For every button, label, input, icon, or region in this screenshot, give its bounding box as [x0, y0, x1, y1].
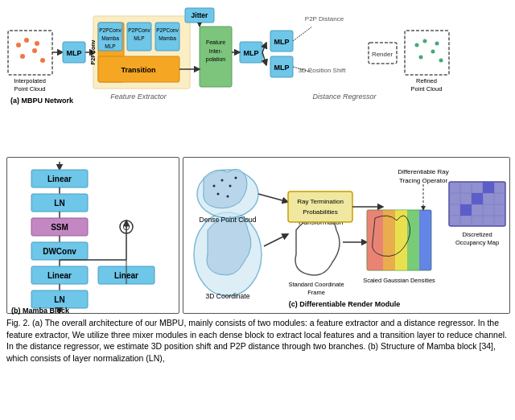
svg-text:Discretized: Discretized: [462, 231, 492, 238]
svg-text:MLP: MLP: [244, 49, 259, 57]
svg-point-57: [423, 39, 427, 43]
caption-text: Fig. 2. (a) The overall architecture of …: [6, 318, 507, 363]
svg-text:Distance Regressor: Distance Regressor: [312, 93, 377, 101]
svg-rect-53: [405, 31, 449, 75]
svg-point-5: [35, 41, 39, 46]
svg-point-58: [431, 50, 435, 54]
svg-text:Mamba: Mamba: [101, 35, 119, 41]
svg-point-1: [16, 43, 21, 47]
svg-text:Interpolated: Interpolated: [14, 77, 46, 84]
svg-text:Occupancy Map: Occupancy Map: [455, 239, 499, 246]
svg-text:Dense Point Cloud: Dense Point Cloud: [200, 216, 257, 224]
top-svg: Interpolated Point Cloud MLP P2PConv P2P…: [6, 6, 509, 155]
svg-text:Scaled Gaussian Densities: Scaled Gaussian Densities: [363, 277, 435, 284]
svg-text:Point Cloud: Point Cloud: [411, 85, 443, 93]
mbpu-network-diagram: Interpolated Point Cloud MLP P2PConv P2P…: [6, 6, 509, 155]
svg-text:Probabilities: Probabilities: [303, 208, 338, 216]
bottom-diagrams: Linear LN SSM ⊙ DWConv: [6, 157, 509, 314]
svg-point-4: [20, 54, 25, 59]
svg-rect-100: [383, 210, 395, 270]
svg-line-44: [262, 43, 266, 52]
svg-line-113: [258, 194, 288, 202]
svg-text:Ray Termination: Ray Termination: [297, 198, 344, 205]
svg-point-60: [435, 42, 439, 46]
svg-text:Transition: Transition: [121, 66, 155, 74]
svg-text:Standard Coordinate: Standard Coordinate: [288, 281, 344, 288]
svg-rect-102: [407, 210, 419, 270]
svg-text:P2PConv: P2PConv: [99, 27, 122, 33]
svg-point-61: [439, 59, 443, 63]
svg-text:MLP: MLP: [105, 43, 115, 49]
svg-line-47: [293, 27, 312, 41]
svg-text:LN: LN: [54, 199, 64, 208]
svg-text:P2PConv: P2PConv: [156, 27, 179, 33]
svg-point-110: [217, 193, 220, 196]
svg-text:Linear: Linear: [47, 175, 72, 183]
svg-point-111: [227, 196, 229, 198]
svg-rect-114: [288, 191, 352, 222]
render-module-panel: 3D Coordinate Projective Transformation …: [183, 157, 510, 314]
svg-text:Jitter: Jitter: [192, 11, 208, 19]
svg-text:Refined: Refined: [416, 77, 437, 84]
svg-rect-130: [483, 182, 494, 193]
svg-point-108: [229, 185, 232, 187]
mamba-svg: Linear LN SSM ⊙ DWConv: [7, 158, 180, 315]
svg-text:Differentiable Ray: Differentiable Ray: [398, 168, 448, 175]
svg-text:MLP: MLP: [134, 35, 144, 41]
svg-text:Frame: Frame: [307, 289, 325, 296]
svg-text:P2P Distance: P2P Distance: [305, 15, 344, 23]
svg-rect-103: [419, 210, 431, 270]
svg-text:MLP: MLP: [67, 49, 82, 57]
svg-point-106: [213, 185, 216, 187]
mamba-block-panel: Linear LN SSM ⊙ DWConv: [6, 157, 179, 314]
svg-text:3D Coordinate: 3D Coordinate: [206, 292, 250, 300]
svg-text:P2PConv: P2PConv: [128, 27, 150, 33]
svg-text:LN: LN: [54, 295, 64, 304]
svg-point-6: [40, 58, 45, 63]
svg-text:MLP: MLP: [274, 38, 290, 46]
svg-text:Feature Extractor: Feature Extractor: [110, 93, 167, 101]
svg-rect-131: [460, 204, 472, 216]
svg-text:(a) MBPU Network: (a) MBPU Network: [10, 97, 74, 105]
svg-point-56: [415, 43, 419, 47]
svg-text:(c) Differentiable Render Modu: (c) Differentiable Render Module: [289, 300, 401, 308]
svg-rect-101: [395, 210, 407, 270]
svg-point-3: [32, 48, 37, 53]
svg-text:Feature: Feature: [206, 39, 225, 45]
svg-text:Linear: Linear: [47, 271, 72, 280]
svg-text:Point Cloud: Point Cloud: [14, 85, 46, 93]
svg-point-2: [24, 38, 29, 43]
svg-rect-0: [8, 31, 52, 75]
svg-text:polation: polation: [206, 56, 226, 63]
svg-line-45: [262, 52, 266, 65]
svg-text:Render: Render: [372, 51, 393, 58]
svg-text:P2PConv: P2PConv: [90, 40, 96, 65]
caption-area: Fig. 2. (a) The overall architecture of …: [6, 317, 509, 364]
svg-point-107: [221, 179, 224, 182]
svg-point-109: [235, 177, 237, 179]
svg-text:Mamba: Mamba: [159, 35, 176, 41]
svg-text:Tracing Operator: Tracing Operator: [399, 177, 448, 184]
svg-rect-129: [472, 193, 483, 204]
svg-text:DWConv: DWConv: [43, 247, 76, 256]
svg-text:(b) Mamba Block: (b) Mamba Block: [11, 307, 70, 315]
render-svg: 3D Coordinate Projective Transformation …: [183, 158, 509, 315]
main-container: Interpolated Point Cloud MLP P2PConv P2P…: [0, 0, 515, 420]
svg-text:SSM: SSM: [51, 223, 68, 232]
svg-text:Inter-: Inter-: [209, 48, 223, 54]
svg-point-59: [419, 56, 423, 60]
svg-text:MLP: MLP: [274, 64, 290, 72]
svg-line-92: [264, 234, 288, 246]
